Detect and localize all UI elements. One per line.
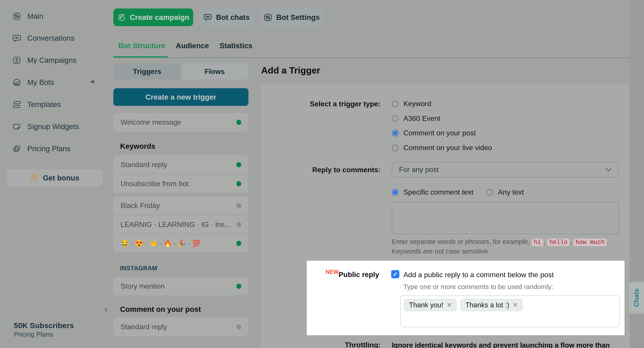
bot-chats-button[interactable]: Bot chats: [200, 8, 254, 26]
trigger-item-standard-reply-2[interactable]: Standard reply: [113, 317, 248, 336]
bot-settings-button[interactable]: Bot Settings: [260, 8, 324, 26]
trigger-item-story-mention[interactable]: Story mention: [113, 277, 248, 296]
sidebar-item-main[interactable]: Main: [12, 9, 44, 23]
status-dot: [236, 203, 241, 208]
public-reply-checkbox[interactable]: [391, 270, 399, 278]
sidebar-item-label: Conversations: [27, 34, 74, 42]
example-keyword: how much: [573, 239, 607, 246]
sliders-icon: [264, 13, 272, 22]
sidebar-item-conversations[interactable]: Conversations: [12, 31, 74, 45]
get-bonus-button[interactable]: Get bonus: [7, 169, 103, 187]
trigger-item-label: Black Friday: [120, 201, 160, 210]
radio-label: A360 Event: [404, 114, 440, 123]
gift-icon: [30, 174, 38, 182]
radio-icon[interactable]: [392, 130, 398, 137]
reply-to-comments-label: Reply to comments:: [261, 166, 380, 174]
pricing-plans-link[interactable]: Pricing Plans: [14, 331, 53, 338]
sidebar-item-my-campaigns[interactable]: My Campaigns: [12, 53, 76, 67]
sidebar-item-label: My Bots: [27, 78, 54, 87]
comment-on-post-header: Comment on your post: [120, 305, 201, 314]
example-keyword: hello: [547, 239, 570, 246]
chats-tab-label: Chats: [633, 288, 640, 307]
tag-text: Thanks a lot :): [465, 301, 509, 309]
throttling-text: Ignore identical keywords and prevent la…: [392, 341, 629, 348]
public-reply-tags-input[interactable]: Thank you! ✕ Thanks a lot :) ✕: [400, 296, 620, 327]
instagram-card: Story mention: [113, 277, 248, 296]
trigger-item-emoji[interactable]: 😂 · 😍 · 👏 · 🔥 · 🎉 · 💯: [113, 234, 248, 252]
keywords-helper-text: Enter separate words or phrases, for exa…: [392, 237, 633, 256]
public-reply-section: NEW Public reply Add a public reply to a…: [307, 261, 624, 335]
segment-triggers[interactable]: Triggers: [113, 63, 181, 80]
tab-audience[interactable]: Audience: [176, 41, 209, 50]
radio-label: Comment on your post: [404, 129, 476, 137]
keywords-card-1: Standard reply Unsubscribe from bot: [113, 155, 248, 193]
trigger-item-label: Standard reply: [120, 323, 167, 331]
bot-chats-label: Bot chats: [216, 13, 250, 22]
remove-tag-icon[interactable]: ✕: [513, 302, 518, 309]
sidebar-item-signup-widgets[interactable]: Signup Widgets: [12, 120, 79, 134]
trigger-item-standard-reply[interactable]: Standard reply: [113, 155, 248, 174]
segment-flows[interactable]: Flows: [181, 63, 248, 80]
pricing-cards-icon: [12, 145, 21, 153]
tag-text: Thank you!: [409, 301, 443, 309]
radio-label: Specific comment text: [404, 188, 474, 196]
example-keyword: hi: [532, 239, 543, 246]
create-new-trigger-button[interactable]: Create a new trigger: [113, 88, 248, 106]
create-campaign-button[interactable]: Create campaign: [113, 8, 193, 26]
chats-side-tab[interactable]: Chats: [629, 282, 644, 314]
comment-keywords-textarea[interactable]: [392, 202, 619, 234]
sidebar-item-label: My Campaigns: [27, 56, 76, 65]
radio-icon[interactable]: [392, 189, 398, 196]
remove-tag-icon[interactable]: ✕: [447, 302, 452, 309]
trigger-item-black-friday[interactable]: Black Friday: [113, 196, 248, 215]
radio-option-keyword[interactable]: Keyword: [392, 100, 431, 108]
chevron-down-icon: [606, 168, 611, 172]
radio-option-comment-live-video[interactable]: Comment on your live video: [392, 144, 492, 152]
collapse-section-icon[interactable]: ‹: [104, 303, 108, 315]
radio-option-comment-post[interactable]: Comment on your post: [392, 129, 476, 137]
radio-icon[interactable]: [486, 189, 493, 196]
radio-label: Any text: [498, 188, 524, 196]
templates-icon: [12, 100, 21, 109]
radio-icon[interactable]: [392, 145, 398, 151]
trigger-item-welcome-message[interactable]: Welcome message: [113, 113, 248, 132]
keywords-header: Keywords: [120, 142, 156, 151]
sidebar-item-label: Main: [27, 12, 44, 20]
sidebar-item-pricing-plans[interactable]: Pricing Plans: [12, 142, 70, 156]
trigger-item-label: LEARNIG · LEARNING · IG · Insta…: [120, 220, 233, 229]
reply-to-comments-select[interactable]: For any post: [392, 162, 618, 177]
instagram-header: INSTAGRAM: [120, 265, 157, 272]
trigger-item-label: Unsubscribe from bot: [120, 179, 188, 188]
radio-option-a360-event[interactable]: A360 Event: [392, 114, 440, 123]
chat-bubble-icon: [204, 13, 212, 22]
chat-bubble-icon: [12, 34, 21, 42]
collapse-sidebar-icon[interactable]: ◀: [90, 79, 94, 84]
sidebar-item-templates[interactable]: Templates: [12, 97, 61, 112]
status-dot: [236, 222, 241, 227]
new-badge: NEW: [326, 269, 338, 275]
radio-icon[interactable]: [392, 115, 398, 122]
public-reply-label: Public reply: [338, 271, 379, 279]
trigger-item-label: Story mention: [120, 282, 164, 290]
sidebar-item-my-bots[interactable]: My Bots: [12, 75, 54, 90]
public-reply-checkbox-label[interactable]: Add a public reply to a comment below th…: [404, 271, 554, 279]
send-campaign-icon: [12, 56, 21, 65]
status-dot: [236, 181, 241, 186]
tab-bot-structure[interactable]: Bot Structure: [118, 41, 166, 50]
radio-icon[interactable]: [392, 101, 398, 107]
tag-chip: Thank you! ✕: [404, 299, 456, 311]
trigger-item-unsubscribe[interactable]: Unsubscribe from bot: [113, 174, 248, 193]
status-dot: [236, 162, 241, 167]
create-campaign-label: Create campaign: [130, 13, 190, 22]
page-title: Add a Trigger: [261, 65, 320, 76]
trigger-type-label: Select a trigger type:: [261, 100, 380, 108]
tabs-divider: [113, 57, 630, 58]
bot-check-icon: [12, 78, 21, 87]
trigger-item-label: Standard reply: [120, 161, 167, 169]
trigger-item-label: Welcome message: [120, 118, 181, 126]
tab-statistics[interactable]: Statistics: [220, 41, 252, 50]
throttling-label: Throttling:: [261, 341, 380, 348]
trigger-item-learnig[interactable]: LEARNIG · LEARNING · IG · Insta…: [113, 215, 248, 234]
sidebar-item-label: Templates: [27, 100, 61, 109]
radio-option-specific-comment-text[interactable]: Specific comment text Any text: [392, 188, 524, 196]
